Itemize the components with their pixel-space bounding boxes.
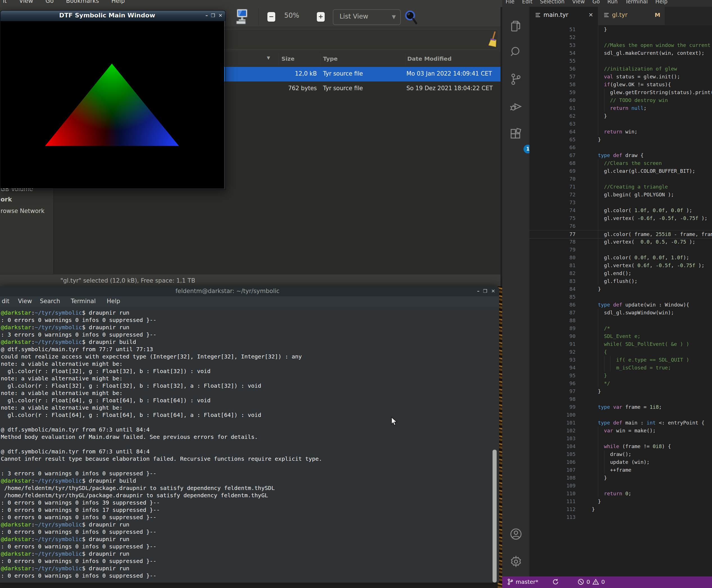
line-number: 109 (554, 482, 576, 490)
sidebar-item-browse-network[interactable]: rowse Network (1, 208, 44, 214)
computer-icon[interactable] (235, 9, 251, 25)
maximize-button[interactable]: ❒ (211, 13, 215, 18)
indent-guide (598, 222, 598, 230)
sort-indicator-icon[interactable]: ▼ (267, 55, 270, 60)
tab-main-tyr[interactable]: main.tyr ✕ (530, 7, 598, 25)
line-number: 90 (554, 332, 576, 340)
git-branch-item[interactable]: master* (507, 579, 538, 585)
maximize-button[interactable]: ❒ (483, 288, 487, 294)
code-line: 81 gl.vertex( 0.6f, -0.5f, -0.75f ); (530, 261, 712, 269)
zoom-out-button[interactable]: − (267, 12, 275, 22)
file-size: 12,0 kB (270, 70, 317, 77)
close-button[interactable]: ✕ (218, 13, 222, 18)
terminal-line: : 0 errors 0 warnings 0 infos 39 suppres… (1, 499, 492, 506)
menu-item-terminal[interactable]: Terminal (625, 0, 648, 5)
search-icon[interactable] (510, 45, 522, 59)
terminal-line: Cannot infer result type because elabora… (1, 456, 492, 463)
line-number: 61 (554, 104, 576, 112)
status-text: "gl.tyr" selected (12,0 kB), Free space:… (60, 277, 195, 284)
terminal-line (1, 419, 492, 426)
run-debug-icon[interactable] (510, 100, 522, 113)
settings-gear-icon[interactable] (510, 555, 522, 568)
terminal-line (1, 441, 492, 448)
menu-item-help[interactable]: Help (655, 0, 667, 5)
menu-item-go[interactable]: Go (592, 0, 600, 5)
zoom-in-button[interactable]: + (317, 12, 325, 22)
explorer-icon[interactable] (510, 20, 522, 33)
terminal-line: /home/feldentm/tyr/thySDL/package.draupn… (1, 485, 492, 492)
menu-item-view[interactable]: View (572, 0, 585, 5)
terminal-line: : 0 errors 0 warnings 0 infos 0 suppress… (1, 528, 492, 536)
problems-item[interactable]: 0 0 (578, 579, 605, 585)
vscode-window: FileEditSelectionViewGoRunTerminalHelp 1 (502, 0, 712, 588)
menu-item-edit[interactable]: Edit (522, 0, 533, 5)
menu-item-go[interactable]: Go (45, 0, 53, 4)
code-line: 109 (530, 482, 712, 490)
menu-item-help[interactable]: Help (107, 298, 120, 304)
menu-item-edit[interactable]: dit (2, 298, 9, 304)
terminal-scrollbar[interactable] (492, 449, 497, 583)
menu-item-view[interactable]: View (19, 0, 33, 4)
vscode-statusbar: master* 0 0 (502, 576, 712, 588)
tab-label: gl.tyr (612, 12, 627, 18)
terminal-line: @darkstar:~/tyr/symbolic$ draupnir run (1, 536, 492, 543)
code-line: 54 sdl_gl.makeCurrent(win, context); (530, 49, 712, 57)
menu-item-file[interactable]: File (505, 0, 515, 5)
minimize-button[interactable]: – (206, 13, 208, 18)
code-line: 68 //Clears the screen (530, 159, 712, 167)
minimize-button[interactable]: – (477, 288, 480, 294)
line-number: 111 (554, 498, 576, 505)
column-header-type[interactable]: Type (323, 55, 338, 62)
code-line: 65 } (530, 136, 712, 144)
menu-item-bookmarks[interactable]: Bookmarks (66, 0, 99, 4)
source-control-icon[interactable]: 1 (510, 73, 522, 86)
code-line: 56 //initialization of glew (530, 65, 712, 73)
menu-item-selection[interactable]: Selection (540, 0, 565, 5)
terminal-line: @ dtf.symbolic/main.tyr from 77:7 until … (1, 346, 492, 353)
column-separator[interactable] (279, 53, 279, 65)
terminal-line: gl.color(r : Float[64], g : Float[64], b… (1, 412, 492, 419)
line-number: 66 (554, 144, 576, 151)
terminal-line: : 3 errors 0 warnings 0 infos 0 suppress… (1, 470, 492, 477)
terminal-line: note: a viable alternative might be: (1, 360, 492, 368)
line-number: 75 (554, 214, 576, 222)
view-mode-dropdown[interactable]: List View ▼ (333, 9, 401, 25)
code-line: 108 } (530, 474, 712, 482)
menu-item-terminal[interactable]: Terminal (71, 298, 96, 304)
line-number: 79 (554, 246, 576, 254)
code-line: 104 while (frame != 0i8) { (530, 442, 712, 450)
menu-item-run[interactable]: Run (607, 0, 618, 5)
broom-icon[interactable] (488, 31, 499, 47)
line-number: 105 (554, 450, 576, 458)
tab-gl-tyr[interactable]: gl.tyr M (598, 7, 665, 25)
menu-item-help[interactable]: Help (111, 0, 125, 4)
close-icon[interactable]: ✕ (588, 12, 593, 18)
file-date: Mo 03 Jan 2022 14:09:41 CET (406, 70, 492, 77)
sync-item[interactable] (552, 579, 559, 585)
search-icon[interactable] (404, 10, 418, 25)
code-line: 91 while( SDL_PollEvent( &e ) ) (530, 340, 712, 348)
menu-item-view[interactable]: View (18, 298, 32, 304)
column-header-size[interactable]: Size (281, 55, 294, 62)
extensions-icon[interactable] (510, 127, 522, 140)
code-line: 64 return win; (530, 128, 712, 136)
code-line: 101 type def main : int <: entryPoint { (530, 419, 712, 427)
code-line: 92 { (530, 348, 712, 356)
code-editor[interactable]: 51 }5253 //Makes the open window the cur… (530, 25, 712, 576)
dtf-titlebar[interactable]: DTF Symbolic Main Window – ❒ ✕ (1, 11, 225, 21)
terminal-output[interactable]: @darkstar:~/tyr/symbolic$ draupnir run: … (1, 309, 492, 583)
account-icon[interactable] (510, 528, 522, 541)
code-line: 63 (530, 120, 712, 128)
code-line: 94 m_isClosed = true; (530, 364, 712, 372)
file-lines-icon (604, 13, 609, 19)
terminal-titlebar[interactable]: feldentm@darkstar: ~/tyr/symbolic – ❒ ✕ (0, 286, 499, 296)
code-line: 102 var win = make(); (530, 427, 712, 435)
line-number: 60 (554, 96, 576, 104)
close-button[interactable]: ✕ (491, 288, 495, 294)
menu-item-search[interactable]: Search (40, 298, 60, 304)
terminal-line: : 0 errors 0 warnings 0 infos 17 suppres… (1, 506, 492, 514)
menu-item-it[interactable]: it (3, 0, 7, 4)
column-header-date[interactable]: Date Modified (407, 55, 452, 62)
indent-guide (598, 246, 598, 254)
column-separator[interactable] (405, 53, 405, 65)
